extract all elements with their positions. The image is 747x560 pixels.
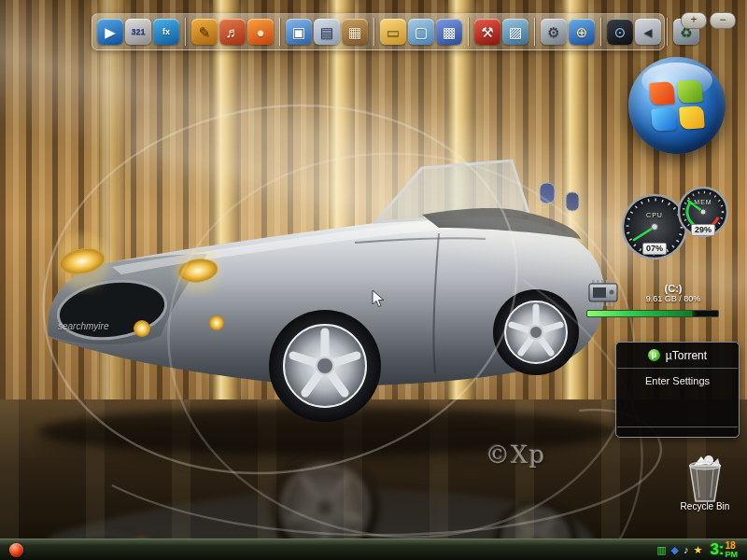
drive-usage-text: 9.61 GB / 80% <box>627 294 719 303</box>
display-properties-icon-glyph: ▢ <box>415 25 428 39</box>
display-properties-icon[interactable]: ▢ <box>408 19 434 45</box>
start-orb-button[interactable] <box>9 543 23 557</box>
utorrent-icon: µ <box>648 349 660 361</box>
utorrent-enter-settings-item[interactable]: Enter Settings <box>616 369 739 393</box>
music-library-icon-glyph: ♬ <box>226 25 240 39</box>
media-classic-321-icon-glyph: 321 <box>131 28 145 36</box>
paint-icon[interactable]: ✎ <box>191 19 218 45</box>
folder-icon[interactable]: ▭ <box>380 19 406 45</box>
flag-pane-red <box>649 81 675 105</box>
back-arrow-icon[interactable]: ◄ <box>635 19 661 45</box>
dock-separator <box>667 18 668 46</box>
power-icon-glyph: ⊙ <box>614 25 627 39</box>
my-computer-icon[interactable]: ▣ <box>286 19 312 45</box>
utorrent-footer <box>616 427 739 437</box>
wallpaper-signature: searchmyire <box>58 321 108 331</box>
wallpaper-glow <box>103 28 644 411</box>
flag-pane-blue <box>651 107 677 132</box>
flag-pane-yellow <box>679 105 705 130</box>
firefox-browser-icon-glyph: ● <box>256 25 264 39</box>
drive-bar-fill <box>587 311 692 316</box>
dock-separator <box>534 18 535 46</box>
ram-chip-icon <box>586 280 620 306</box>
folder-icon-glyph: ▭ <box>387 25 400 39</box>
flag-pane-green <box>677 79 703 104</box>
toolbox-icon-glyph: ⚒ <box>481 25 493 39</box>
dock-separator <box>185 18 186 46</box>
dock-separator <box>600 18 601 46</box>
utorrent-body <box>616 393 739 427</box>
tray-volume-icon[interactable]: ♪ <box>684 545 689 555</box>
clock-minute: 18 <box>726 541 739 551</box>
media-classic-321-icon[interactable]: 321 <box>125 19 151 45</box>
toolbox-icon[interactable]: ⚒ <box>474 19 500 45</box>
photo-viewer-icon[interactable]: ▨ <box>502 19 529 45</box>
paint-icon-glyph: ✎ <box>199 25 211 39</box>
drive-name: (C:) <box>627 283 719 294</box>
back-arrow-icon-glyph: ◄ <box>641 25 655 39</box>
memory-gauge-label: MEM <box>676 199 730 205</box>
tray-meter-icon[interactable]: ▥ <box>656 545 666 555</box>
windows-start-orb[interactable] <box>628 57 726 154</box>
flash-player-icon-glyph: fx <box>162 28 170 36</box>
utorrent-header: µ µTorrent <box>616 343 739 368</box>
grid-app-icon-glyph: ▩ <box>443 25 456 39</box>
briefcase-icon-glyph: ▦ <box>348 25 361 39</box>
media-player-icon-glyph: ▶ <box>105 25 116 39</box>
flash-player-icon[interactable]: fx <box>153 19 179 45</box>
dock-icon-strip: ▶321fx✎♬●▣▤▦▭▢▩⚒▨⚙⊕⊙◄♻ <box>97 18 659 46</box>
memory-gauge-value: 29% <box>691 224 715 236</box>
drive-usage-bar <box>586 310 719 317</box>
recycle-bin[interactable]: Recycle Bin <box>671 451 739 518</box>
desktop: searchmyire ©Xp ▶321fx✎♬●▣▤▦▭▢▩⚒▨⚙⊕⊙◄♻ +… <box>0 0 747 560</box>
wallpaper-copyright: ©Xp <box>486 441 545 469</box>
internet-globe-icon-glyph: ⊕ <box>576 25 588 39</box>
internet-globe-icon[interactable]: ⊕ <box>569 19 595 45</box>
power-icon[interactable]: ⊙ <box>607 19 633 45</box>
grid-app-icon[interactable]: ▩ <box>436 19 462 45</box>
clock-period: PM <box>726 551 739 559</box>
dock-separator <box>279 18 280 46</box>
clock-hour: 3: <box>710 540 724 559</box>
documents-icon-glyph: ▤ <box>320 25 333 39</box>
dock-add-button[interactable]: + <box>681 12 707 29</box>
dock-controls: + − <box>681 12 736 29</box>
firefox-browser-icon[interactable]: ● <box>247 19 274 45</box>
dock-separator <box>468 18 469 46</box>
my-computer-icon-glyph: ▣ <box>292 25 305 39</box>
mouse-cursor <box>372 289 385 308</box>
app-dock: ▶321fx✎♬●▣▤▦▭▢▩⚒▨⚙⊕⊙◄♻ <box>92 13 665 50</box>
media-player-icon[interactable]: ▶ <box>97 19 123 45</box>
photo-viewer-icon-glyph: ▨ <box>509 25 522 39</box>
cpu-gauge-value: 07% <box>642 243 667 255</box>
music-library-icon[interactable]: ♬ <box>219 19 246 45</box>
recycle-bin-icon <box>683 451 727 505</box>
utorrent-widget[interactable]: µ µTorrent Enter Settings <box>615 342 740 438</box>
taskbar: ▥◆♪★ 3: 18 PM <box>0 539 747 560</box>
dock-separator <box>374 18 374 46</box>
utorrent-title: µTorrent <box>666 349 707 362</box>
recycle-bin-label: Recycle Bin <box>671 501 739 511</box>
tray-icons: ▥◆♪★ <box>656 545 702 555</box>
settings-gears-icon[interactable]: ⚙ <box>541 19 567 45</box>
dock-remove-button[interactable]: − <box>710 12 736 29</box>
taskbar-clock[interactable]: 3: 18 PM <box>710 540 738 559</box>
drive-usage-widget[interactable]: (C:) 9.61 GB / 80% <box>586 280 719 325</box>
documents-icon[interactable]: ▤ <box>314 19 340 45</box>
settings-gears-icon-glyph: ⚙ <box>547 25 559 39</box>
briefcase-icon[interactable]: ▦ <box>342 19 368 45</box>
tray-security-icon[interactable]: ◆ <box>671 545 679 555</box>
memory-gauge-widget[interactable]: MEM 29% <box>676 184 730 242</box>
tray-brush-icon[interactable]: ★ <box>694 545 703 555</box>
windows-flag-icon <box>649 79 704 132</box>
